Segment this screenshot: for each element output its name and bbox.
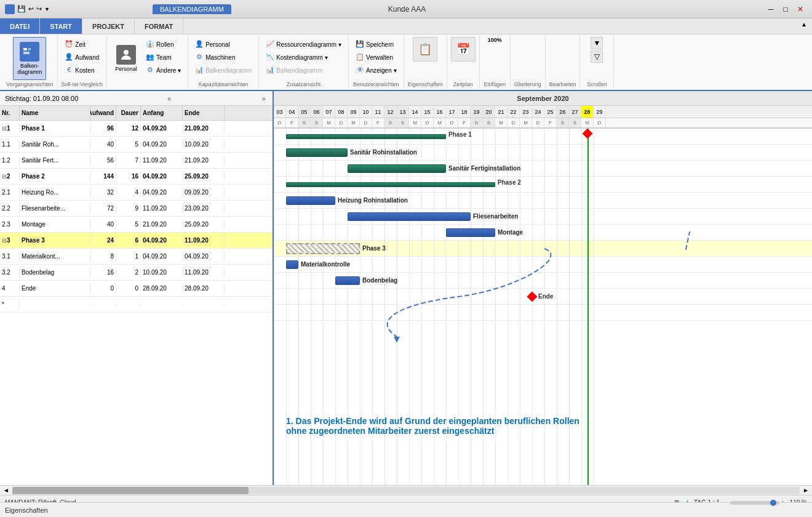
gantt-bar-3[interactable]	[286, 177, 495, 193]
close-button[interactable]: ✕	[794, 3, 807, 15]
btn-balken-kap[interactable]: 📊 Balkendiagramm	[192, 64, 255, 76]
btn-kostendiagramm[interactable]: 📉 Kostendiagramm ▾	[263, 51, 344, 63]
100pct-btn[interactable]: 100%	[488, 37, 502, 43]
table-row[interactable]: 2.3 Montage 40 5 21.09.20 25.09.20	[0, 217, 273, 233]
bar-label-1: Sanitär Rohinstallation	[350, 149, 417, 156]
aufwand-label: Aufwand	[75, 54, 99, 61]
btn-aufwand[interactable]: 👤 Aufwand	[62, 51, 102, 63]
table-row[interactable]: 4 Ende 0 0 28.09.20 28.09.20	[0, 281, 273, 297]
btn-kosten[interactable]: € Kosten	[62, 64, 102, 76]
dow-cell-29: D	[594, 118, 606, 127]
cell-nr: 1.2	[0, 156, 20, 165]
table-row[interactable]: 1.1 Sanitär Roh... 40 5 04.09.20 10.09.2…	[0, 137, 273, 153]
btn-balkendiagramm[interactable]: Balken-diagramm	[13, 37, 46, 80]
tab-start[interactable]: START	[40, 18, 82, 34]
gantt-bar-4[interactable]	[286, 196, 335, 205]
btn-team[interactable]: 👥 Team	[143, 51, 184, 63]
btn-verwalten[interactable]: 📋 Verwalten	[352, 51, 399, 63]
btn-rollen[interactable]: 👔 Rollen	[143, 38, 184, 50]
quick-access-undo[interactable]: ↩	[28, 5, 34, 13]
group-label-scrollen: Scrollen	[584, 81, 610, 87]
dow-cell-18: F	[458, 118, 471, 127]
cell-nr: ⊟ 2	[0, 172, 20, 181]
table-row[interactable]: 2.2 Fliesenarbeite... 72 9 11.09.20 23.0…	[0, 201, 273, 217]
cell-aufwand: 56	[90, 156, 116, 165]
kosten-icon: €	[65, 66, 73, 74]
gantt-bar-7[interactable]	[286, 243, 360, 254]
day-cell-04: 04	[286, 106, 298, 118]
col-header-aufwand: Aufwand	[90, 106, 116, 120]
cell-name: Heizung Ro...	[20, 188, 90, 197]
ressourcen-icon: 📈	[266, 40, 274, 49]
table-row[interactable]: ⊟ 2 Phase 2 144 16 04.09.20 25.09.20	[0, 169, 273, 185]
table-row[interactable]: ⊟ 3 Phase 3 24 6 04.09.20 11.09.20	[0, 233, 273, 249]
gantt-bar-6[interactable]	[446, 228, 495, 237]
btn-maschinen[interactable]: ⚙ Maschinen	[192, 51, 255, 63]
scroll-right-btn[interactable]: ►	[801, 487, 811, 494]
btn-ressourcendiagramm[interactable]: 📈 Ressourcendiagramm ▾	[263, 38, 344, 50]
btn-speichern[interactable]: 💾 Speichern	[352, 38, 399, 50]
quick-access-save[interactable]: 💾	[17, 5, 26, 13]
nav-left[interactable]: «	[165, 95, 173, 102]
tab-format[interactable]: FORMAT	[135, 18, 183, 34]
group-soll-ist: ⏰ Zeit 👤 Aufwand € Kosten Soll-Ist-Vergl…	[58, 36, 108, 89]
cell-name: Phase 3	[20, 236, 90, 245]
dow-cell-04: F	[286, 118, 298, 127]
cell-dauer: 16	[116, 172, 141, 181]
table-row[interactable]: 3.1 Materialkont... 8 1 04.09.20 04.09.2…	[0, 249, 273, 265]
maschinen-icon: ⚙	[195, 53, 204, 62]
dow-cell-23: M	[520, 118, 532, 127]
cell-aufwand: 24	[90, 236, 116, 245]
btn-personal-kap[interactable]: 👤 Personal	[192, 38, 255, 50]
group-label-benutzer: Benutzeransichten	[352, 81, 400, 87]
table-row[interactable]: 2.1 Heizung Ro... 32 4 04.09.20 09.09.20	[0, 185, 273, 201]
dow-cell-22: D	[507, 118, 520, 127]
day-cell-06: 06	[311, 106, 323, 118]
zeitplan-icon: 📅	[451, 37, 476, 62]
filter2-icon[interactable]: ▽	[591, 50, 603, 63]
tab-projekt[interactable]: PROJEKT	[82, 18, 135, 34]
nav-right[interactable]: »	[260, 95, 268, 102]
cell-anfang: 21.09.20	[141, 220, 183, 229]
horizontal-scrollbar[interactable]	[12, 487, 800, 494]
cell-anfang: 28.09.20	[141, 284, 183, 293]
scroll-left-btn[interactable]: ◄	[1, 487, 11, 494]
dow-cell-05: S	[298, 118, 311, 127]
btn-andere[interactable]: ⚙ Andere ▾	[143, 64, 184, 76]
balken-kap-label: Balkendiagramm	[205, 67, 252, 74]
btn-personal-group[interactable]: Personal	[111, 37, 141, 80]
cell-ende: 11.09.20	[183, 268, 225, 277]
gantt-bar-1[interactable]	[286, 148, 348, 157]
maximize-button[interactable]: □	[779, 3, 792, 15]
tab-datei[interactable]: DATEI	[0, 18, 40, 34]
table-row[interactable]: 1.2 Sanitär Fert... 56 7 11.09.20 21.09.…	[0, 153, 273, 169]
group-eigenschaften: 📋 Eigenschaften	[404, 36, 447, 89]
ribbon-collapse[interactable]: ▲	[796, 18, 812, 34]
cell-aufwand: 96	[90, 124, 116, 133]
filter-icon[interactable]: ▼	[591, 37, 603, 49]
verwalten-icon: 📋	[356, 53, 364, 62]
gantt-bars-area: Phase 1Sanitär RohinstallationSanitär Fe…	[274, 129, 812, 485]
gantt-bar-8[interactable]	[286, 260, 298, 269]
btn-balken-zusatz[interactable]: 📊 Balkendiagramm	[263, 64, 344, 76]
btn-zeit[interactable]: ⏰ Zeit	[62, 38, 102, 50]
cell-nr: 2.2	[0, 204, 20, 213]
personal-group-label: Personal	[115, 66, 137, 72]
gantt-bar-0[interactable]	[286, 129, 446, 145]
gantt-bar-2[interactable]	[348, 164, 446, 173]
minimize-button[interactable]: ─	[764, 3, 778, 15]
gantt-bar-5[interactable]	[348, 212, 471, 221]
grid-line-24	[532, 129, 533, 485]
quick-access-more[interactable]: ▼	[44, 6, 50, 12]
table-row[interactable]: ⊟ 1 Phase 1 96 12 04.09.20 21.09.20	[0, 121, 273, 137]
table-row[interactable]: *	[0, 297, 273, 313]
quick-access-redo[interactable]: ↪	[36, 5, 42, 13]
gantt-bar-9[interactable]	[335, 276, 360, 285]
aufwand-icon: 👤	[65, 53, 73, 62]
zoom-track[interactable]	[730, 501, 779, 505]
zoom-thumb[interactable]	[770, 500, 776, 506]
btn-anzeigen[interactable]: 👁 Anzeigen ▾	[352, 64, 399, 76]
cell-dauer: 1	[116, 252, 141, 261]
col-header-dauer: Dauer	[116, 106, 141, 120]
table-row[interactable]: 3.2 Bodenbelag 16 2 10.09.20 11.09.20	[0, 265, 273, 281]
